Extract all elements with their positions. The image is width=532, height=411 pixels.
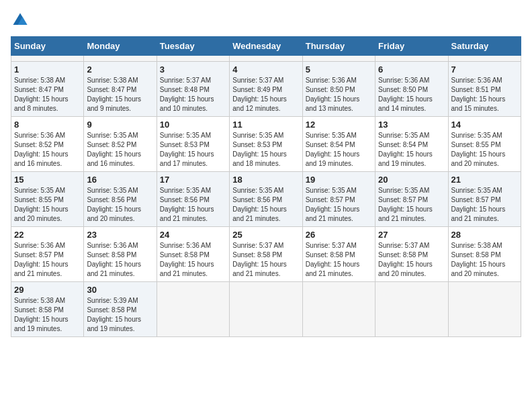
day-info: Sunrise: 5:39 AMSunset: 8:58 PMDaylight:…	[87, 296, 153, 334]
calendar-cell: 2Sunrise: 5:38 AMSunset: 8:47 PMDaylight…	[84, 62, 157, 117]
calendar-cell	[84, 56, 157, 62]
calendar-cell: 22Sunrise: 5:36 AMSunset: 8:57 PMDayligh…	[11, 227, 84, 282]
day-number: 12	[306, 120, 372, 130]
day-number: 26	[306, 230, 372, 240]
day-info: Sunrise: 5:35 AMSunset: 8:53 PMDaylight:…	[160, 131, 226, 169]
calendar-cell: 17Sunrise: 5:35 AMSunset: 8:56 PMDayligh…	[157, 172, 229, 227]
day-number: 18	[232, 175, 299, 185]
day-info: Sunrise: 5:35 AMSunset: 8:54 PMDaylight:…	[378, 131, 445, 169]
day-number: 2	[87, 64, 153, 75]
day-info: Sunrise: 5:37 AMSunset: 8:49 PMDaylight:…	[232, 76, 299, 113]
calendar-cell: 10Sunrise: 5:35 AMSunset: 8:53 PMDayligh…	[157, 117, 229, 172]
calendar-week-row: 15Sunrise: 5:35 AMSunset: 8:55 PMDayligh…	[11, 172, 521, 227]
day-number: 24	[160, 230, 226, 240]
day-number: 3	[160, 64, 226, 75]
day-info: Sunrise: 5:36 AMSunset: 8:50 PMDaylight:…	[378, 76, 445, 113]
calendar-cell: 13Sunrise: 5:35 AMSunset: 8:54 PMDayligh…	[375, 117, 448, 172]
calendar-week-row	[11, 56, 521, 62]
day-info: Sunrise: 5:35 AMSunset: 8:55 PMDaylight:…	[14, 186, 81, 224]
calendar-cell	[157, 282, 229, 337]
day-info: Sunrise: 5:35 AMSunset: 8:52 PMDaylight:…	[87, 131, 153, 169]
calendar-cell: 5Sunrise: 5:36 AMSunset: 8:50 PMDaylight…	[302, 62, 375, 117]
calendar-cell	[230, 282, 302, 337]
header-row: SundayMondayTuesdayWednesdayThursdayFrid…	[11, 37, 521, 56]
day-number: 4	[232, 64, 299, 75]
day-number: 13	[378, 120, 445, 130]
calendar-cell	[302, 56, 375, 62]
calendar-cell: 29Sunrise: 5:38 AMSunset: 8:58 PMDayligh…	[11, 282, 84, 337]
calendar-cell: 8Sunrise: 5:36 AMSunset: 8:52 PMDaylight…	[11, 117, 84, 172]
day-info: Sunrise: 5:38 AMSunset: 8:58 PMDaylight:…	[451, 241, 518, 279]
day-number: 6	[378, 64, 445, 75]
day-info: Sunrise: 5:36 AMSunset: 8:50 PMDaylight:…	[306, 76, 372, 113]
calendar-cell	[11, 56, 84, 62]
day-number: 1	[14, 64, 81, 75]
day-number: 15	[14, 175, 81, 185]
day-header-saturday: Saturday	[448, 37, 521, 56]
day-info: Sunrise: 5:36 AMSunset: 8:51 PMDaylight:…	[451, 76, 518, 113]
logo-icon	[11, 11, 30, 30]
calendar-week-row: 22Sunrise: 5:36 AMSunset: 8:57 PMDayligh…	[11, 227, 521, 282]
day-info: Sunrise: 5:36 AMSunset: 8:57 PMDaylight:…	[14, 241, 81, 279]
day-number: 25	[232, 230, 299, 240]
day-number: 29	[14, 285, 81, 295]
day-number: 19	[306, 175, 372, 185]
day-number: 21	[451, 175, 518, 185]
day-info: Sunrise: 5:37 AMSunset: 8:58 PMDaylight:…	[378, 241, 445, 279]
day-number: 8	[14, 120, 81, 130]
calendar-cell: 20Sunrise: 5:35 AMSunset: 8:57 PMDayligh…	[375, 172, 448, 227]
day-info: Sunrise: 5:38 AMSunset: 8:47 PMDaylight:…	[87, 76, 153, 113]
day-info: Sunrise: 5:35 AMSunset: 8:57 PMDaylight:…	[378, 186, 445, 224]
day-number: 11	[232, 120, 299, 130]
day-header-monday: Monday	[84, 37, 157, 56]
day-header-friday: Friday	[375, 37, 448, 56]
calendar-cell	[448, 282, 521, 337]
day-number: 5	[306, 64, 372, 75]
calendar-cell: 25Sunrise: 5:37 AMSunset: 8:58 PMDayligh…	[230, 227, 302, 282]
calendar-cell: 18Sunrise: 5:35 AMSunset: 8:56 PMDayligh…	[230, 172, 302, 227]
calendar-cell: 4Sunrise: 5:37 AMSunset: 8:49 PMDaylight…	[230, 62, 302, 117]
calendar-cell	[375, 56, 448, 62]
day-info: Sunrise: 5:36 AMSunset: 8:58 PMDaylight:…	[160, 241, 226, 279]
day-number: 10	[160, 120, 226, 130]
calendar-week-row: 8Sunrise: 5:36 AMSunset: 8:52 PMDaylight…	[11, 117, 521, 172]
calendar-cell	[448, 56, 521, 62]
calendar-cell: 1Sunrise: 5:38 AMSunset: 8:47 PMDaylight…	[11, 62, 84, 117]
logo	[11, 11, 32, 30]
calendar-cell: 19Sunrise: 5:35 AMSunset: 8:57 PMDayligh…	[302, 172, 375, 227]
day-number: 14	[451, 120, 518, 130]
day-info: Sunrise: 5:37 AMSunset: 8:58 PMDaylight:…	[306, 241, 372, 279]
calendar-cell: 9Sunrise: 5:35 AMSunset: 8:52 PMDaylight…	[84, 117, 157, 172]
calendar-cell: 11Sunrise: 5:35 AMSunset: 8:53 PMDayligh…	[230, 117, 302, 172]
calendar-cell: 12Sunrise: 5:35 AMSunset: 8:54 PMDayligh…	[302, 117, 375, 172]
day-info: Sunrise: 5:37 AMSunset: 8:58 PMDaylight:…	[232, 241, 299, 279]
day-info: Sunrise: 5:35 AMSunset: 8:55 PMDaylight:…	[451, 131, 518, 169]
day-number: 28	[451, 230, 518, 240]
day-header-thursday: Thursday	[302, 37, 375, 56]
calendar-cell	[302, 282, 375, 337]
calendar-week-row: 29Sunrise: 5:38 AMSunset: 8:58 PMDayligh…	[11, 282, 521, 337]
day-number: 17	[160, 175, 226, 185]
day-header-tuesday: Tuesday	[157, 37, 229, 56]
day-number: 20	[378, 175, 445, 185]
calendar-cell: 30Sunrise: 5:39 AMSunset: 8:58 PMDayligh…	[84, 282, 157, 337]
day-info: Sunrise: 5:36 AMSunset: 8:58 PMDaylight:…	[87, 241, 153, 279]
day-info: Sunrise: 5:35 AMSunset: 8:53 PMDaylight:…	[232, 131, 299, 169]
calendar-cell: 21Sunrise: 5:35 AMSunset: 8:57 PMDayligh…	[448, 172, 521, 227]
day-number: 9	[87, 120, 153, 130]
header	[11, 11, 521, 30]
day-info: Sunrise: 5:35 AMSunset: 8:56 PMDaylight:…	[232, 186, 299, 224]
calendar-week-row: 1Sunrise: 5:38 AMSunset: 8:47 PMDaylight…	[11, 62, 521, 117]
day-info: Sunrise: 5:37 AMSunset: 8:48 PMDaylight:…	[160, 76, 226, 113]
day-number: 30	[87, 285, 153, 295]
day-info: Sunrise: 5:36 AMSunset: 8:52 PMDaylight:…	[14, 131, 81, 169]
day-number: 23	[87, 230, 153, 240]
calendar-cell: 6Sunrise: 5:36 AMSunset: 8:50 PMDaylight…	[375, 62, 448, 117]
day-number: 16	[87, 175, 153, 185]
calendar-cell: 27Sunrise: 5:37 AMSunset: 8:58 PMDayligh…	[375, 227, 448, 282]
day-header-wednesday: Wednesday	[230, 37, 302, 56]
day-number: 22	[14, 230, 81, 240]
day-info: Sunrise: 5:38 AMSunset: 8:58 PMDaylight:…	[14, 296, 81, 334]
calendar-table: SundayMondayTuesdayWednesdayThursdayFrid…	[11, 36, 521, 337]
day-info: Sunrise: 5:35 AMSunset: 8:57 PMDaylight:…	[451, 186, 518, 224]
